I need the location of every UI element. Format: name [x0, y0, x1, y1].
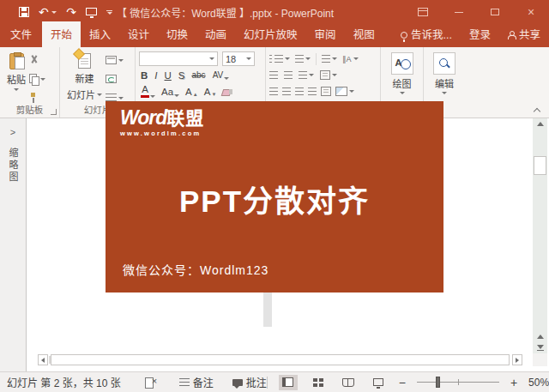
zoom-slider[interactable] [417, 382, 499, 383]
redo-button[interactable]: ↷ [66, 0, 76, 24]
ribbon-display-options-icon [418, 8, 428, 16]
font-name-combo[interactable] [139, 51, 218, 66]
tab-review[interactable]: 审阅 [306, 21, 345, 47]
thumbnail-pane-label: 缩略图 [6, 148, 20, 184]
close-button[interactable]: × [513, 0, 549, 24]
cut-button[interactable] [29, 54, 45, 66]
numbering-icon [295, 55, 304, 63]
italic-button[interactable]: I [154, 70, 157, 81]
align-left-button[interactable] [269, 86, 278, 98]
reset-slide-button[interactable] [106, 73, 124, 85]
slide-show-view-button[interactable] [369, 375, 388, 390]
powerpoint-window: ↶ ↷ 【 微信公众号：Word联盟 】.pptx - PowerPoint ×… [0, 0, 549, 392]
maximize-button[interactable] [477, 0, 513, 24]
shrink-font-button[interactable]: A▼ [204, 87, 217, 97]
clear-formatting-button[interactable] [222, 87, 233, 96]
tab-file[interactable]: 文件 [0, 21, 42, 47]
previous-slide-button[interactable] [533, 331, 547, 342]
chevron-down-icon [400, 92, 405, 94]
bullets-button[interactable] [269, 53, 290, 65]
minimize-button[interactable] [441, 0, 477, 24]
columns-button[interactable] [299, 69, 314, 81]
justify-button[interactable] [308, 86, 317, 98]
slide-sorter-view-button[interactable] [309, 375, 328, 390]
increase-indent-button[interactable] [284, 69, 293, 81]
paste-button[interactable]: 粘贴 [3, 51, 29, 104]
next-slide-button[interactable] [533, 342, 547, 353]
comments-button[interactable]: 批注 [232, 375, 267, 389]
scroll-left-button[interactable] [38, 354, 48, 365]
columns-icon [299, 71, 307, 79]
scroll-up-icon[interactable] [537, 122, 544, 126]
tab-insert[interactable]: 插入 [81, 21, 119, 47]
horizontal-scrollbar[interactable] [27, 353, 533, 366]
slide-number-indicator[interactable]: 幻灯片 第 2 张，共 10 张 [7, 375, 121, 389]
undo-button[interactable]: ↶ [39, 0, 57, 24]
zoom-out-button[interactable]: − [399, 376, 406, 389]
line-spacing-button[interactable] [322, 53, 337, 65]
tab-slide-show[interactable]: 幻灯片放映 [235, 21, 306, 47]
slide-image: Word联盟 www.wordlm.com PPT分散对齐 微信公众号：Word… [106, 101, 443, 292]
clipboard-dialog-launcher[interactable] [51, 109, 57, 115]
decrease-indent-button[interactable] [269, 69, 278, 81]
chevron-down-icon [107, 12, 112, 15]
paste-icon [9, 53, 24, 69]
strikethrough-button[interactable]: abc [192, 70, 206, 80]
share-button[interactable]: 共享 [499, 21, 549, 47]
character-spacing-button[interactable]: AV [213, 70, 230, 80]
grow-font-button[interactable]: A▲ [185, 87, 198, 97]
reading-view-button[interactable] [339, 375, 358, 390]
bold-button[interactable]: B [141, 70, 148, 81]
slide-layout-button[interactable] [106, 54, 124, 66]
collapse-ribbon-button[interactable] [534, 107, 540, 114]
editing-button[interactable]: 编辑 [427, 51, 462, 94]
convert-smartart-button[interactable] [335, 86, 354, 98]
window-controls: × [405, 0, 549, 24]
decrease-indent-icon [269, 71, 278, 79]
font-color-button[interactable]: A [141, 85, 155, 99]
spell-check-button[interactable] [145, 377, 157, 388]
numbering-button[interactable] [295, 53, 311, 65]
chevron-down-icon [118, 97, 124, 100]
new-slide-button[interactable]: 新建 幻灯片 [63, 51, 106, 104]
ribbon-spacer [465, 47, 549, 118]
format-painter-button[interactable] [29, 92, 45, 104]
normal-view-button[interactable] [279, 375, 298, 390]
expand-pane-icon[interactable]: > [0, 127, 26, 137]
tab-view[interactable]: 视图 [345, 21, 383, 47]
distribute-button[interactable] [321, 86, 331, 98]
tab-animations[interactable]: 动画 [196, 21, 235, 47]
undo-dropdown-icon[interactable] [51, 11, 57, 14]
font-size-combo[interactable]: 18 [222, 51, 255, 66]
change-case-button[interactable]: Aa [161, 87, 179, 97]
thumbnail-pane[interactable]: > 缩略图 [0, 118, 27, 371]
tab-transitions[interactable]: 切换 [158, 21, 196, 47]
start-from-beginning-button[interactable] [86, 0, 97, 24]
paste-dropdown-icon[interactable] [14, 88, 19, 91]
sign-in-button[interactable]: 登录 [461, 21, 499, 47]
zoom-in-button[interactable]: + [510, 376, 517, 389]
scroll-right-button[interactable] [512, 354, 522, 365]
vertical-scrollbar[interactable] [533, 118, 547, 353]
align-right-icon [295, 87, 304, 95]
text-shadow-button[interactable]: S [178, 70, 185, 81]
copy-button[interactable] [29, 73, 45, 85]
zoom-slider-thumb[interactable] [436, 377, 440, 388]
customize-qat-button[interactable] [106, 0, 112, 24]
vertical-scroll-thumb[interactable] [534, 156, 546, 175]
text-direction-button[interactable]: ∥A [342, 53, 359, 65]
align-text-button[interactable] [320, 69, 337, 81]
underline-button[interactable]: U [165, 70, 172, 81]
tab-home[interactable]: 开始 [42, 21, 81, 47]
align-center-button[interactable] [282, 86, 291, 98]
tell-me-button[interactable]: 告诉我... [392, 21, 461, 47]
tab-design[interactable]: 设计 [119, 21, 158, 47]
increase-indent-icon [284, 71, 293, 79]
save-button[interactable] [19, 0, 29, 24]
ribbon-display-options-button[interactable] [405, 0, 441, 24]
drawing-button[interactable]: A 绘图 [384, 51, 419, 94]
notes-button[interactable]: 备注 [179, 375, 214, 389]
horizontal-scroll-thumb[interactable] [51, 354, 510, 365]
zoom-level[interactable]: 50% [528, 377, 549, 389]
align-right-button[interactable] [295, 86, 304, 98]
